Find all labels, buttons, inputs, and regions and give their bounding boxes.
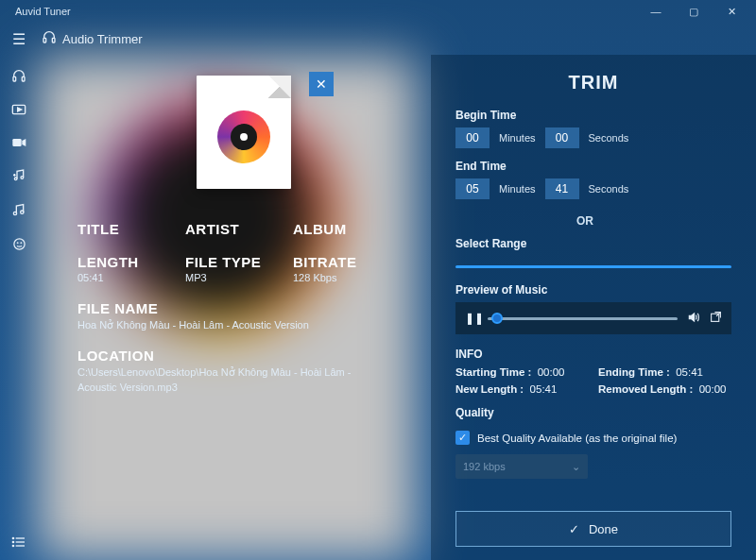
new-length: New Length : 05:41 <box>455 383 589 395</box>
svg-point-8 <box>14 178 17 180</box>
preview-label: Preview of Music <box>455 283 731 297</box>
meta-length-value: 05:41 <box>77 272 163 283</box>
window-maximize-button[interactable]: ▢ <box>675 0 713 23</box>
end-seconds-input[interactable]: 41 <box>545 178 579 199</box>
begin-minutes-input[interactable]: 00 <box>455 127 490 148</box>
sidebar-item-video[interactable] <box>0 100 38 116</box>
meta-filetype-label: FILE TYPE <box>185 254 270 270</box>
meta-filename-value: Hoa Nở Không Màu - Hoài Lâm - Acoustic V… <box>77 318 389 332</box>
minutes-label: Minutes <box>499 183 536 195</box>
svg-point-9 <box>21 177 24 179</box>
trim-title: TRIM <box>455 72 731 93</box>
meta-filename-label: FILE NAME <box>77 300 410 316</box>
svg-point-18 <box>12 537 13 538</box>
best-quality-checkbox[interactable]: ✓ <box>455 431 470 445</box>
svg-point-14 <box>21 243 22 244</box>
meta-filetype-value: MP3 <box>185 272 270 283</box>
sidebar <box>0 55 38 560</box>
seconds-label: Seconds <box>589 183 629 195</box>
info-heading: INFO <box>455 348 731 361</box>
app-title: Auvid Tuner <box>6 6 637 17</box>
pause-button[interactable]: ❚❚ <box>465 312 478 325</box>
end-minutes-input[interactable]: 05 <box>455 178 490 199</box>
preview-seek-slider[interactable] <box>488 317 678 320</box>
window-minimize-button[interactable]: — <box>637 0 675 23</box>
trim-panel: TRIM Begin Time 00 Minutes 00 Seconds En… <box>431 55 756 560</box>
or-separator: OR <box>576 214 593 228</box>
popout-icon[interactable] <box>710 311 722 326</box>
begin-time-label: Begin Time <box>455 109 731 122</box>
best-quality-label: Best Quality Available (as the original … <box>477 433 677 444</box>
meta-location-value: C:\Users\Lenovo\Desktop\Hoa Nở Không Màu… <box>77 365 389 395</box>
file-details-pane: ✕ TITLE ARTIST ALBUM LENGTH 05:41 FILE T… <box>38 55 431 560</box>
svg-point-10 <box>13 212 16 214</box>
svg-point-11 <box>21 211 24 213</box>
sidebar-item-feedback[interactable] <box>0 234 38 251</box>
check-icon: ✓ <box>569 522 579 536</box>
removed-length: Removed Length : 00:00 <box>598 383 731 395</box>
page-title: Audio Trimmer <box>62 32 143 46</box>
sidebar-item-record[interactable] <box>0 133 38 149</box>
meta-album-label: ALBUM <box>293 221 378 237</box>
preview-player: ❚❚ <box>455 302 731 334</box>
begin-seconds-input[interactable]: 00 <box>545 127 579 148</box>
sidebar-item-list[interactable] <box>0 533 38 549</box>
end-time-label: End Time <box>455 160 731 173</box>
svg-point-13 <box>17 243 18 244</box>
sidebar-item-audio[interactable] <box>0 66 38 83</box>
quality-label: Quality <box>455 406 731 419</box>
quality-select: 192 kbps ⌄ <box>455 454 588 479</box>
titlebar: Auvid Tuner — ▢ ✕ <box>0 0 756 23</box>
svg-marker-7 <box>22 139 26 146</box>
minutes-label: Minutes <box>499 132 536 144</box>
svg-rect-6 <box>12 139 21 146</box>
seconds-label: Seconds <box>589 132 629 144</box>
meta-artist-label: ARTIST <box>185 221 270 237</box>
range-slider[interactable] <box>455 265 731 268</box>
select-range-label: Select Range <box>455 237 731 250</box>
svg-rect-2 <box>13 76 16 81</box>
chevron-down-icon: ⌄ <box>572 461 580 473</box>
sidebar-item-transfer[interactable] <box>0 166 38 183</box>
svg-marker-21 <box>689 313 694 320</box>
headphones-icon <box>38 29 60 48</box>
starting-time: Starting Time : 00:00 <box>455 366 589 378</box>
done-label: Done <box>589 522 618 536</box>
svg-marker-5 <box>18 108 22 111</box>
meta-bitrate-value: 128 Kbps <box>293 272 378 283</box>
remove-file-button[interactable]: ✕ <box>309 72 334 96</box>
done-button[interactable]: ✓ Done <box>455 511 731 547</box>
svg-rect-1 <box>52 38 55 42</box>
meta-title-label: TITLE <box>77 221 163 237</box>
volume-icon[interactable] <box>687 311 700 327</box>
meta-bitrate-label: BITRATE <box>293 254 378 270</box>
svg-point-12 <box>13 239 24 249</box>
svg-rect-0 <box>43 38 46 42</box>
meta-length-label: LENGTH <box>77 254 163 270</box>
music-disc-icon <box>217 110 270 163</box>
svg-rect-3 <box>22 76 25 81</box>
window-close-button[interactable]: ✕ <box>713 0 750 23</box>
page-header: ☰ Audio Trimmer <box>0 23 756 55</box>
meta-location-label: LOCATION <box>77 348 410 364</box>
ending-time: Ending Time : 05:41 <box>598 366 731 378</box>
svg-point-19 <box>12 541 13 542</box>
file-thumbnail <box>197 76 291 189</box>
svg-point-20 <box>12 545 13 546</box>
sidebar-item-music[interactable] <box>0 200 38 217</box>
menu-toggle-button[interactable]: ☰ <box>0 30 38 48</box>
